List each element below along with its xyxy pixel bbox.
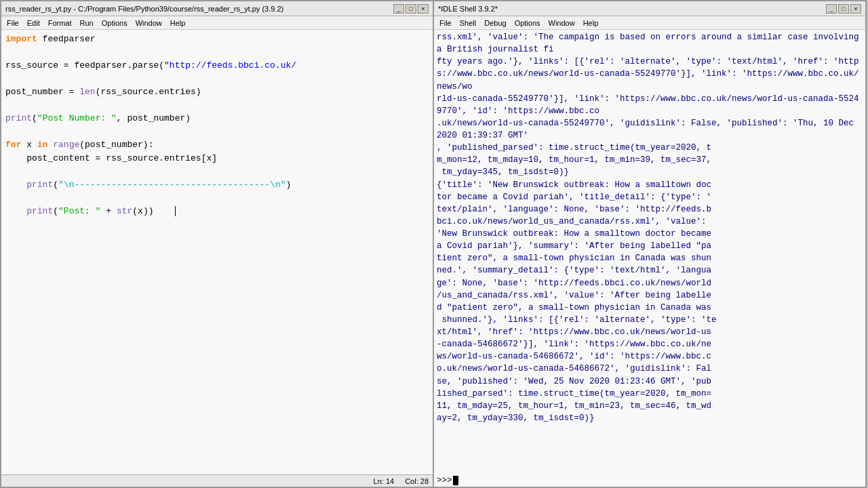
shell-menu-help[interactable]: Help [579, 18, 603, 28]
editor-window: rss_reader_rs_yt.py - C:/Program Files/P… [0, 0, 434, 488]
shell-close-button[interactable]: × [850, 4, 861, 14]
shell-menu-window[interactable]: Window [545, 18, 579, 28]
menu-format[interactable]: Format [44, 18, 76, 28]
menu-help[interactable]: Help [166, 18, 190, 28]
shell-menu-file[interactable]: File [435, 18, 456, 28]
shell-maximize-button[interactable]: □ [838, 4, 849, 14]
shell-menu-options[interactable]: Options [511, 18, 545, 28]
menu-run[interactable]: Run [76, 18, 98, 28]
menu-edit[interactable]: Edit [23, 18, 44, 28]
editor-titlebar: rss_reader_rs_yt.py - C:/Program Files/P… [1, 1, 433, 16]
minimize-button[interactable]: _ [393, 4, 404, 14]
line-number: Ln: 14 [374, 477, 395, 485]
menu-file[interactable]: File [3, 18, 23, 28]
maximize-button[interactable]: □ [406, 4, 416, 14]
close-button[interactable]: × [418, 4, 429, 14]
main-container: rss_reader_rs_yt.py - C:/Program Files/P… [0, 0, 868, 488]
code-editor[interactable]: import feedparser rss_source = feedparse… [1, 30, 433, 474]
col-number: Col: 28 [405, 477, 429, 485]
editor-title: rss_reader_rs_yt.py - C:/Program Files/P… [5, 5, 283, 13]
editor-window-controls: _ □ × [393, 4, 429, 14]
shell-output-area[interactable]: rss.xml', 'value': 'The campaign is base… [434, 30, 865, 474]
prompt-symbol: >>> [437, 476, 452, 485]
menu-options[interactable]: Options [98, 18, 132, 28]
cursor [453, 476, 458, 485]
shell-title: *IDLE Shell 3.9.2* [438, 5, 498, 13]
shell-prompt-line[interactable]: >>> [434, 474, 865, 487]
editor-statusbar: Ln: 14 Col: 28 [1, 474, 433, 487]
shell-window: *IDLE Shell 3.9.2* _ □ × File Shell Debu… [433, 0, 867, 488]
shell-titlebar: *IDLE Shell 3.9.2* _ □ × [434, 1, 865, 16]
editor-menubar: File Edit Format Run Options Window Help [1, 16, 433, 30]
shell-menu-debug[interactable]: Debug [480, 18, 510, 28]
shell-minimize-button[interactable]: _ [826, 4, 837, 14]
menu-window[interactable]: Window [132, 18, 166, 28]
shell-window-controls: _ □ × [826, 4, 861, 14]
shell-menu-shell[interactable]: Shell [456, 18, 480, 28]
shell-menubar: File Shell Debug Options Window Help [434, 16, 865, 30]
